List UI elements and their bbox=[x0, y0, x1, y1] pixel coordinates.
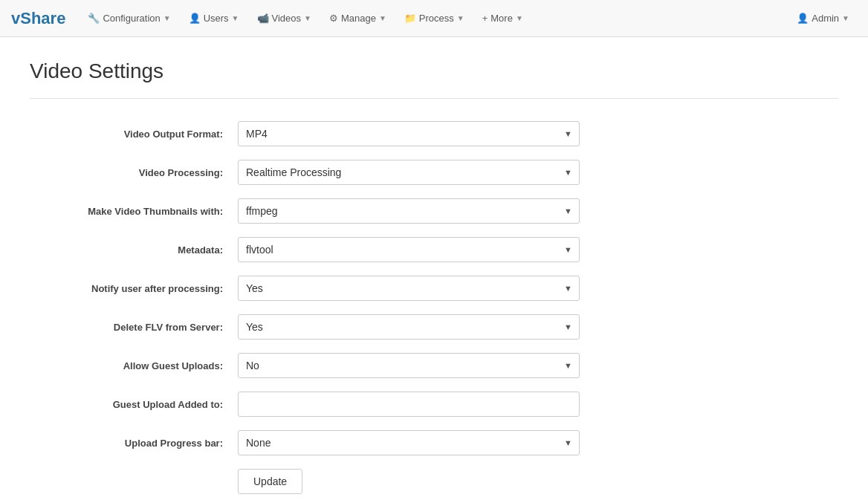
form-container: Video Output Format: MP4 FLV AVI MOV WMV… bbox=[30, 121, 624, 494]
select-video-processing[interactable]: Realtime Processing Queue Processing Man… bbox=[238, 160, 580, 185]
nav-item-admin[interactable]: 👤 Admin ▼ bbox=[789, 8, 857, 28]
nav-label-process: Process bbox=[419, 13, 454, 24]
nav-label-videos: Videos bbox=[272, 13, 302, 24]
nav-label-users: Users bbox=[204, 13, 229, 24]
chevron-down-icon: ▼ bbox=[516, 14, 523, 22]
select-wrapper-metadata: flvtool yamdi none bbox=[238, 237, 580, 262]
label-guest-uploads: Allow Guest Uploads: bbox=[30, 360, 238, 371]
label-video-processing: Video Processing: bbox=[30, 167, 238, 178]
nav-item-more[interactable]: + More ▼ bbox=[475, 8, 531, 28]
label-guest-upload-added-to: Guest Upload Added to: bbox=[30, 399, 238, 410]
select-metadata[interactable]: flvtool yamdi none bbox=[238, 237, 580, 262]
input-guest-upload-added-to[interactable] bbox=[238, 392, 580, 417]
divider bbox=[30, 98, 838, 99]
chevron-down-icon: ▼ bbox=[379, 14, 386, 22]
nav-right: 👤 Admin ▼ bbox=[789, 8, 857, 28]
chevron-down-icon: ▼ bbox=[232, 14, 239, 22]
select-notify-user[interactable]: Yes No bbox=[238, 276, 580, 301]
main-content: Video Settings Video Output Format: MP4 … bbox=[0, 37, 868, 500]
nav-item-configuration[interactable]: 🔧 Configuration ▼ bbox=[80, 8, 178, 28]
chevron-down-icon: ▼ bbox=[457, 14, 464, 22]
plus-icon: + bbox=[482, 13, 488, 24]
form-row-guest-upload-added-to: Guest Upload Added to: bbox=[30, 392, 624, 417]
nav-item-process[interactable]: 📁 Process ▼ bbox=[397, 8, 472, 28]
form-row-notify-user: Notify user after processing: Yes No bbox=[30, 276, 624, 301]
nav-label-admin: Admin bbox=[812, 13, 839, 24]
user-icon: 👤 bbox=[189, 13, 201, 24]
nav-label-configuration: Configuration bbox=[103, 13, 160, 24]
nav-item-videos[interactable]: 📹 Videos ▼ bbox=[250, 8, 319, 28]
select-video-thumbnails[interactable]: ffmpeg ImageMagick GD bbox=[238, 198, 580, 224]
nav-items: 🔧 Configuration ▼ 👤 Users ▼ 📹 Videos ▼ ⚙… bbox=[80, 8, 789, 28]
label-notify-user: Notify user after processing: bbox=[30, 283, 238, 294]
form-row-video-output-format: Video Output Format: MP4 FLV AVI MOV WMV bbox=[30, 121, 624, 146]
select-upload-progress-bar[interactable]: None Basic Advanced bbox=[238, 430, 580, 455]
form-row-video-thumbnails: Make Video Thumbnails with: ffmpeg Image… bbox=[30, 198, 624, 224]
form-row-video-processing: Video Processing: Realtime Processing Qu… bbox=[30, 160, 624, 185]
label-video-thumbnails: Make Video Thumbnails with: bbox=[30, 206, 238, 217]
select-wrapper-guest-uploads: No Yes bbox=[238, 353, 580, 378]
nav-item-manage[interactable]: ⚙ Manage ▼ bbox=[322, 8, 394, 28]
admin-user-icon: 👤 bbox=[797, 13, 809, 24]
wrench-icon: 🔧 bbox=[88, 13, 100, 24]
label-upload-progress-bar: Upload Progress bar: bbox=[30, 438, 238, 449]
brand-share: Share bbox=[20, 9, 65, 27]
select-wrapper-video-processing: Realtime Processing Queue Processing Man… bbox=[238, 160, 580, 185]
navbar: vShare 🔧 Configuration ▼ 👤 Users ▼ 📹 Vid… bbox=[0, 0, 868, 37]
page-title: Video Settings bbox=[30, 59, 838, 83]
select-wrapper-upload-progress-bar: None Basic Advanced bbox=[238, 430, 580, 455]
nav-label-more: More bbox=[490, 13, 513, 24]
label-delete-flv: Delete FLV from Server: bbox=[30, 322, 238, 333]
form-row-metadata: Metadata: flvtool yamdi none bbox=[30, 237, 624, 262]
chevron-down-icon: ▼ bbox=[304, 14, 311, 22]
folder-icon: 📁 bbox=[404, 13, 416, 24]
select-guest-uploads[interactable]: No Yes bbox=[238, 353, 580, 378]
label-metadata: Metadata: bbox=[30, 244, 238, 256]
chevron-down-icon: ▼ bbox=[163, 14, 171, 22]
select-wrapper-delete-flv: Yes No bbox=[238, 314, 580, 340]
update-button[interactable]: Update bbox=[238, 469, 302, 494]
select-wrapper-video-output-format: MP4 FLV AVI MOV WMV bbox=[238, 121, 580, 146]
chevron-down-icon: ▼ bbox=[842, 14, 849, 22]
brand-logo[interactable]: vShare bbox=[11, 9, 65, 28]
select-wrapper-notify-user: Yes No bbox=[238, 276, 580, 301]
label-video-output-format: Video Output Format: bbox=[30, 129, 238, 140]
select-video-output-format[interactable]: MP4 FLV AVI MOV WMV bbox=[238, 121, 580, 146]
select-wrapper-video-thumbnails: ffmpeg ImageMagick GD bbox=[238, 198, 580, 224]
select-delete-flv[interactable]: Yes No bbox=[238, 314, 580, 340]
brand-v: v bbox=[11, 9, 20, 27]
form-row-guest-uploads: Allow Guest Uploads: No Yes bbox=[30, 353, 624, 378]
form-row-delete-flv: Delete FLV from Server: Yes No bbox=[30, 314, 624, 340]
video-icon: 📹 bbox=[257, 13, 269, 24]
gear-icon: ⚙ bbox=[329, 13, 338, 24]
form-row-submit: Update bbox=[30, 469, 624, 494]
nav-label-manage: Manage bbox=[341, 13, 376, 24]
form-row-upload-progress-bar: Upload Progress bar: None Basic Advanced bbox=[30, 430, 624, 455]
nav-item-users[interactable]: 👤 Users ▼ bbox=[181, 8, 247, 28]
